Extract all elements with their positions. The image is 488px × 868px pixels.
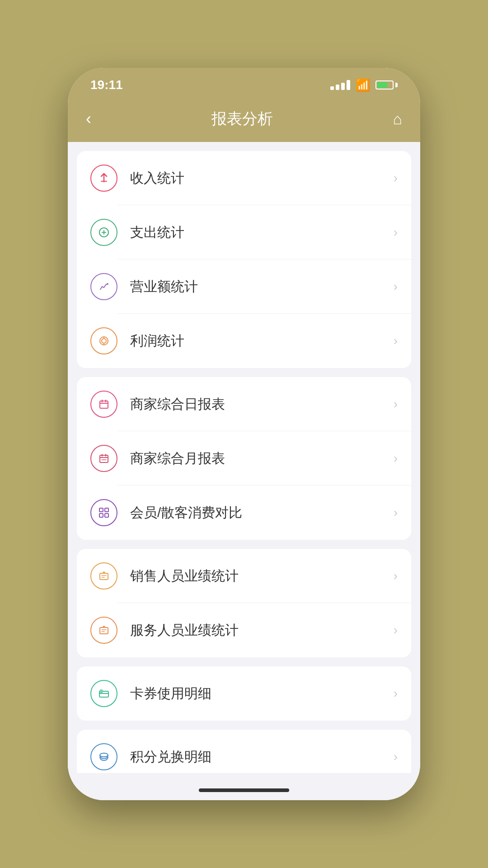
income-label: 收入统计 bbox=[130, 169, 389, 188]
card-detail-chevron: › bbox=[394, 686, 398, 701]
profit-chevron: › bbox=[394, 334, 398, 348]
svg-point-3 bbox=[107, 283, 108, 285]
svg-rect-19 bbox=[99, 514, 103, 517]
menu-item-profit[interactable]: 利润统计 › bbox=[77, 314, 411, 368]
sales-perf-label: 销售人员业绩统计 bbox=[130, 567, 389, 585]
menu-item-daily[interactable]: 商家综合日报表 › bbox=[77, 377, 411, 431]
service-perf-label: 服务人员业绩统计 bbox=[130, 621, 389, 640]
points-detail-chevron: › bbox=[394, 750, 398, 764]
menu-group-1: 收入统计 › 支出统计 › bbox=[77, 151, 411, 368]
svg-rect-18 bbox=[105, 508, 108, 512]
home-bar bbox=[199, 788, 289, 792]
expense-chevron: › bbox=[394, 225, 398, 240]
monthly-label: 商家综合月报表 bbox=[130, 449, 389, 468]
daily-chevron: › bbox=[394, 397, 398, 411]
menu-group-5: 积分兑换明细 › bbox=[77, 730, 411, 773]
member-compare-label: 会员/散客消费对比 bbox=[130, 504, 389, 522]
menu-item-expense[interactable]: 支出统计 › bbox=[77, 205, 411, 259]
points-detail-label: 积分兑换明细 bbox=[130, 748, 389, 766]
menu-item-points-detail[interactable]: 积分兑换明细 › bbox=[77, 730, 411, 773]
menu-group-4: 卡券使用明细 › bbox=[77, 666, 411, 721]
svg-rect-24 bbox=[100, 627, 108, 634]
menu-item-revenue[interactable]: 营业额统计 › bbox=[77, 259, 411, 314]
card-detail-label: 卡券使用明细 bbox=[130, 684, 389, 703]
expense-label: 支出统计 bbox=[130, 223, 389, 242]
svg-rect-21 bbox=[100, 573, 108, 580]
monthly-icon bbox=[90, 445, 117, 472]
sales-perf-chevron: › bbox=[394, 569, 398, 583]
svg-rect-0 bbox=[101, 181, 107, 182]
menu-item-monthly[interactable]: 商家综合月报表 › bbox=[77, 431, 411, 486]
svg-point-31 bbox=[100, 753, 108, 757]
menu-item-sales-perf[interactable]: 销售人员业绩统计 › bbox=[77, 549, 411, 603]
income-chevron: › bbox=[394, 171, 398, 185]
home-button[interactable]: ⌂ bbox=[393, 110, 402, 128]
wifi-icon: 📶 bbox=[356, 78, 370, 92]
header: ‹ 报表分析 ⌂ bbox=[68, 99, 420, 142]
expense-icon bbox=[90, 219, 117, 246]
profit-label: 利润统计 bbox=[130, 332, 389, 350]
page-title: 报表分析 bbox=[211, 108, 273, 129]
member-compare-chevron: › bbox=[394, 505, 398, 520]
menu-item-income[interactable]: 收入统计 › bbox=[77, 151, 411, 205]
menu-item-card-detail[interactable]: 卡券使用明细 › bbox=[77, 666, 411, 721]
status-time: 19:11 bbox=[90, 78, 123, 92]
signal-icon bbox=[330, 80, 350, 90]
points-detail-icon bbox=[90, 743, 117, 770]
service-perf-chevron: › bbox=[394, 623, 398, 637]
profit-icon bbox=[90, 327, 117, 354]
service-perf-icon bbox=[90, 617, 117, 644]
svg-rect-12 bbox=[100, 455, 108, 462]
sales-perf-icon bbox=[90, 562, 117, 590]
svg-rect-20 bbox=[105, 514, 108, 517]
status-icons: 📶 bbox=[330, 78, 398, 92]
daily-label: 商家综合日报表 bbox=[130, 395, 389, 414]
svg-rect-8 bbox=[100, 401, 108, 408]
battery-icon bbox=[375, 80, 398, 90]
monthly-chevron: › bbox=[394, 451, 398, 466]
daily-icon bbox=[90, 391, 117, 418]
content-area: 收入统计 › 支出统计 › bbox=[68, 142, 420, 773]
home-indicator bbox=[68, 773, 420, 800]
back-button[interactable]: ‹ bbox=[86, 111, 91, 127]
status-bar: 19:11 📶 bbox=[68, 68, 420, 99]
svg-point-30 bbox=[101, 691, 102, 692]
revenue-icon bbox=[90, 273, 117, 300]
income-icon bbox=[90, 165, 117, 192]
menu-item-service-perf[interactable]: 服务人员业绩统计 › bbox=[77, 603, 411, 657]
card-detail-icon bbox=[90, 680, 117, 707]
revenue-label: 营业额统计 bbox=[130, 278, 389, 296]
menu-group-3: 销售人员业绩统计 › 服务人员业绩统计 › bbox=[77, 549, 411, 657]
svg-point-5 bbox=[102, 339, 106, 343]
phone-frame: 19:11 📶 ‹ 报表分析 ⌂ bbox=[68, 68, 420, 800]
member-compare-icon bbox=[90, 499, 117, 526]
svg-rect-17 bbox=[99, 508, 103, 512]
menu-item-member-compare[interactable]: 会员/散客消费对比 › bbox=[77, 486, 411, 540]
menu-group-2: 商家综合日报表 › 商家综合月报表 › bbox=[77, 377, 411, 540]
revenue-chevron: › bbox=[394, 279, 398, 294]
